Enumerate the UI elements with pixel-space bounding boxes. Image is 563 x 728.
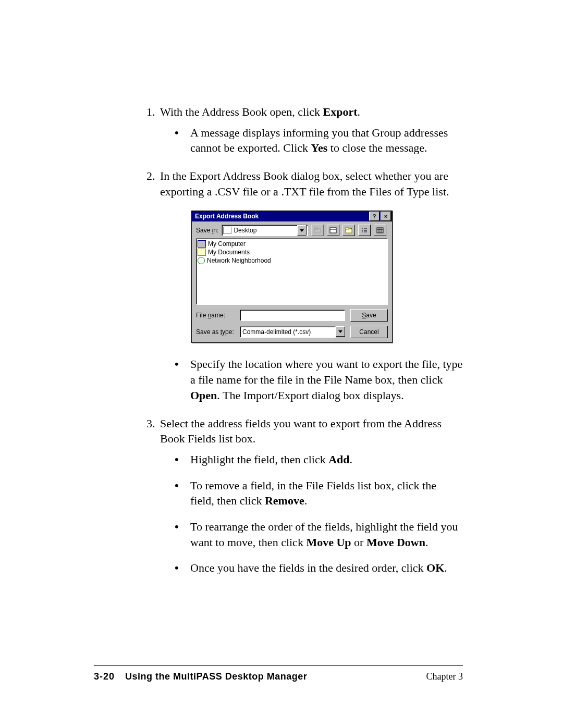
step-3-bullet-1: Highlight the field, then click Add. — [175, 452, 463, 467]
step-1-text: With the Address Book open, click — [160, 105, 323, 118]
dialog-toolbar: Save in: Desktop — [192, 221, 392, 238]
dialog-bottom: File name: Save Save as type: Comma-deli… — [192, 305, 392, 342]
new-folder-button[interactable]: * — [342, 225, 355, 236]
step-3: Select the address fields you want to ex… — [158, 416, 463, 576]
text: to close the message. — [327, 141, 427, 154]
dialog-screenshot: Export Address Book ? × Save in: Desktop — [191, 211, 463, 343]
bold: Remove — [265, 494, 304, 507]
item-label: My Documents — [208, 248, 250, 256]
text: Specify the location where you want to e… — [190, 357, 462, 386]
step-1-bullet-1: A message displays informing you that Gr… — [175, 125, 463, 156]
text: . — [425, 536, 429, 549]
svg-rect-5 — [346, 228, 349, 229]
network-icon — [198, 257, 205, 264]
list-item[interactable]: My Documents — [198, 248, 386, 256]
dropdown-arrow-icon[interactable] — [297, 225, 307, 236]
svg-text:*: * — [350, 227, 352, 231]
footer-title: Using the MultiPASS Desktop Manager — [125, 671, 426, 682]
details-view-button[interactable] — [374, 225, 386, 236]
text: . — [350, 453, 353, 466]
text: Once you have the fields in the desired … — [190, 561, 426, 574]
step-1-bold: Export — [323, 105, 358, 118]
numbered-steps: With the Address Book open, click Export… — [143, 104, 463, 576]
list-item[interactable]: Network Neighborhood — [198, 256, 386, 265]
step-1: With the Address Book open, click Export… — [158, 104, 463, 156]
help-button[interactable]: ? — [369, 212, 380, 221]
bold: Open — [190, 389, 217, 402]
step-2-text: In the Export Address Book dialog box, s… — [160, 169, 449, 198]
save-in-value: Desktop — [234, 226, 297, 235]
chapter-label: Chapter 3 — [426, 671, 463, 682]
bold: OK — [426, 561, 444, 574]
text: To remove a field, in the File Fields li… — [190, 479, 436, 508]
bold: Yes — [311, 141, 328, 154]
export-address-book-dialog: Export Address Book ? × Save in: Desktop — [191, 211, 393, 343]
dialog-title: Export Address Book — [195, 212, 368, 220]
text: Highlight the field, then click — [190, 453, 328, 466]
step-3-text: Select the address fields you want to ex… — [160, 417, 442, 446]
save-in-dropdown[interactable]: Desktop — [222, 225, 308, 236]
text: . — [304, 494, 308, 507]
bold: Add — [328, 453, 349, 466]
step-1-end: . — [358, 105, 361, 118]
text: or — [351, 536, 366, 549]
document-body: With the Address Book open, click Export… — [143, 104, 463, 576]
up-one-level-button[interactable] — [311, 225, 324, 236]
folder-icon — [198, 249, 206, 256]
filename-label: File name: — [196, 311, 235, 319]
cancel-button[interactable]: Cancel — [350, 326, 388, 338]
step-3-bullet-3: To rearrange the order of the fields, hi… — [175, 519, 463, 550]
save-button[interactable]: Save — [350, 309, 388, 322]
bold: Move Down — [366, 536, 425, 549]
svg-rect-13 — [377, 228, 383, 233]
step-3-bullet-4: Once you have the fields in the desired … — [175, 560, 463, 576]
dropdown-arrow-icon[interactable] — [336, 326, 345, 337]
bold: Move Up — [306, 536, 351, 549]
page-number: 3-20 — [94, 671, 115, 682]
saveastype-dropdown[interactable]: Comma-delimited (*.csv) — [240, 326, 345, 338]
dialog-titlebar: Export Address Book ? × — [192, 211, 392, 221]
step-3-bullet-2: To remove a field, in the File Fields li… — [175, 478, 463, 509]
close-button[interactable]: × — [381, 212, 391, 221]
step-2-bullet-1: Specify the location where you want to e… — [175, 356, 463, 403]
item-label: Network Neighborhood — [207, 256, 271, 265]
filename-input[interactable] — [240, 310, 345, 321]
page-footer: 3-20 Using the MultiPASS Desktop Manager… — [94, 665, 463, 682]
svg-rect-2 — [330, 228, 336, 233]
file-list[interactable]: My Computer My Documents Network Neighbo… — [196, 238, 388, 305]
step-2: In the Export Address Book dialog box, s… — [158, 168, 463, 403]
save-in-label: Save in: — [196, 226, 218, 235]
desktop-button[interactable] — [327, 225, 339, 236]
saveastype-value: Comma-delimited (*.csv) — [242, 328, 311, 336]
computer-icon — [198, 240, 206, 248]
list-view-button[interactable] — [358, 225, 371, 236]
item-label: My Computer — [208, 240, 246, 248]
desktop-icon — [223, 227, 231, 234]
list-item[interactable]: My Computer — [198, 240, 386, 248]
saveastype-label: Save as type: — [196, 328, 235, 336]
text: . The Import/Export dialog box displays. — [217, 389, 403, 402]
text: . — [444, 561, 447, 574]
